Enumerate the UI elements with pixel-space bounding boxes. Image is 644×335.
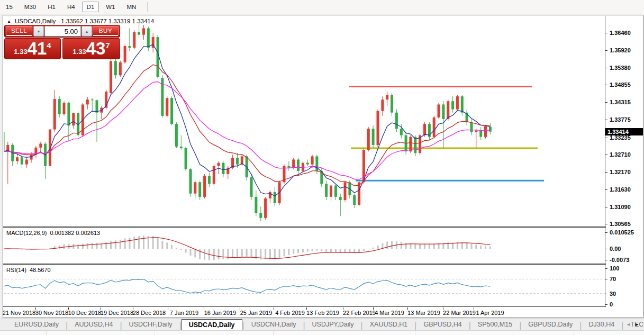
sell-button[interactable]: SELL [6, 26, 32, 36]
tab-scroll-left-icon[interactable]: ◄ [626, 322, 631, 327]
status-cell [47, 331, 155, 335]
price-axis-tick [605, 207, 607, 207]
tab-usdcad-daily[interactable]: USDCAD,Daily [182, 319, 242, 330]
macd-label-row: MACD(12,26,9) 0.001382 0.002613 [6, 230, 100, 236]
price-axis: 1.364601.359201.353801.348551.343151.337… [605, 0, 644, 318]
rsi-value: 48.5670 [30, 267, 51, 273]
rsi-label-row: RSI(14) 48.5670 [6, 267, 51, 273]
tab-dj30-h4[interactable]: DJ30,H4 [582, 319, 622, 330]
status-cell [0, 331, 47, 335]
tab-gbpusd-daily[interactable]: GBPUSD,Daily [521, 319, 579, 330]
rsi-axis-label: 100 [610, 265, 619, 271]
sell-price-pip: 4 [47, 39, 51, 50]
tab-sp500-m15[interactable]: SP500,M15 [471, 319, 519, 330]
tab-xauusd-h1[interactable]: XAUUSD,H1 [363, 319, 415, 330]
price-axis-tick [605, 33, 607, 33]
sell-price-big: 41 [28, 39, 47, 58]
sell-price-panel[interactable]: 1.33 41 4 [4, 38, 61, 59]
tab-eurusd-daily[interactable]: EURUSD,Daily [7, 319, 66, 330]
rsi-axis-tick [605, 304, 607, 305]
price-axis-label: 1.31630 [610, 186, 631, 193]
timeframe-button-mn[interactable]: MN [122, 2, 141, 12]
tab-scroll-right-icon[interactable]: ► [634, 322, 639, 327]
panel-divider[interactable] [3, 264, 606, 265]
price-axis-tick [605, 224, 607, 224]
date-axis: 21 Nov 201830 Nov 201810 Dec 201819 Dec … [3, 307, 606, 318]
price-axis-tick [605, 68, 607, 68]
price-axis-tick [605, 189, 607, 190]
rsi-axis-label: 0 [610, 301, 613, 307]
tab-usdchf-daily[interactable]: USDCHF,Daily [122, 319, 179, 330]
macd-axis-tick [605, 249, 607, 249]
price-axis-label: 1.35920 [610, 47, 631, 53]
price-axis-tick [605, 138, 607, 138]
symbol-tab-bar: EURUSD,Daily|AUDUSD,H4|USDCHF,Daily|USDC… [0, 319, 644, 330]
price-axis-tick [605, 172, 607, 173]
macd-axis-label: 0.010525 [610, 229, 634, 236]
rsi-label: RSI(14) [6, 267, 26, 273]
timeframe-button-w1[interactable]: W1 [101, 2, 120, 12]
price-axis-label: 1.32170 [610, 169, 631, 175]
timeframe-toolbar: 15M30H1H4D1W1MN [0, 0, 644, 14]
price-axis-tick [605, 120, 607, 120]
status-cell [274, 331, 415, 335]
price-axis-tick [605, 50, 607, 51]
rsi-axis-tick [605, 268, 607, 269]
toolbar-separator [147, 2, 148, 12]
panel-divider[interactable] [3, 227, 606, 228]
tab-gbpusd-h4[interactable]: GBPUSD,H4 [416, 319, 468, 330]
macd-axis-label: -0.0073 [610, 257, 629, 263]
timeframe-button-h4[interactable]: H4 [62, 2, 80, 12]
status-cell [415, 331, 574, 335]
buy-price-pip: 7 [105, 39, 110, 50]
price-axis-tick [605, 102, 607, 103]
current-price-tag: 1.33414 [605, 128, 643, 135]
rsi-axis-tick [605, 294, 607, 294]
price-axis-label: 1.30565 [610, 221, 631, 227]
price-axis-label: 1.31090 [610, 204, 631, 210]
rsi-indicator-chart[interactable] [4, 266, 605, 306]
volume-increase-button[interactable]: ▲ [81, 26, 92, 37]
macd-label: MACD(12,26,9) [6, 230, 47, 236]
status-bar [0, 330, 644, 335]
timeframe-button-d1[interactable]: D1 [82, 2, 99, 12]
price-axis-tick [605, 85, 607, 85]
price-axis-label: 1.33775 [610, 116, 631, 123]
rsi-axis-label: 70 [610, 276, 616, 282]
tab-usdjpy-daily[interactable]: USDJPY,Daily [305, 319, 361, 330]
sell-price-prefix: 1.33 [14, 48, 27, 59]
price-axis-label: 1.35380 [610, 65, 631, 71]
price-axis-label: 1.34855 [610, 82, 631, 88]
buy-price-prefix: 1.33 [72, 48, 86, 59]
price-axis-label: 1.32710 [610, 151, 631, 158]
date-axis-label: 1 Apr 2019 [466, 310, 514, 316]
one-click-trade-widget: SELL ▼ ▲ BUY 1.33 41 4 1.33 43 7 [4, 25, 120, 59]
timeframe-button-h1[interactable]: H1 [43, 2, 60, 12]
buy-button[interactable]: BUY [93, 26, 119, 36]
price-axis-tick [605, 155, 607, 155]
status-cell [155, 331, 274, 335]
rsi-axis-label: 30 [610, 291, 616, 297]
macd-axis-label: 0.00 [610, 246, 621, 252]
macd-axis-tick [605, 232, 607, 233]
macd-axis-tick [605, 260, 607, 260]
timeframe-button-m30[interactable]: M30 [20, 2, 41, 12]
timeframe-button-15[interactable]: 15 [1, 2, 17, 12]
buy-price-big: 43 [86, 39, 106, 58]
buy-price-panel[interactable]: 1.33 43 7 [62, 38, 120, 59]
rsi-axis-tick [605, 279, 607, 279]
volume-decrease-button[interactable]: ▼ [33, 26, 44, 37]
tab-usdcnh-daily[interactable]: USDCNH,Daily [244, 319, 303, 330]
volume-input[interactable] [44, 26, 81, 37]
price-axis-label: 1.34315 [610, 99, 631, 105]
macd-values: 0.001382 0.002613 [50, 230, 100, 236]
price-axis-label: 1.36460 [610, 30, 631, 36]
tab-audusd-h4[interactable]: AUDUSD,H4 [68, 319, 120, 330]
